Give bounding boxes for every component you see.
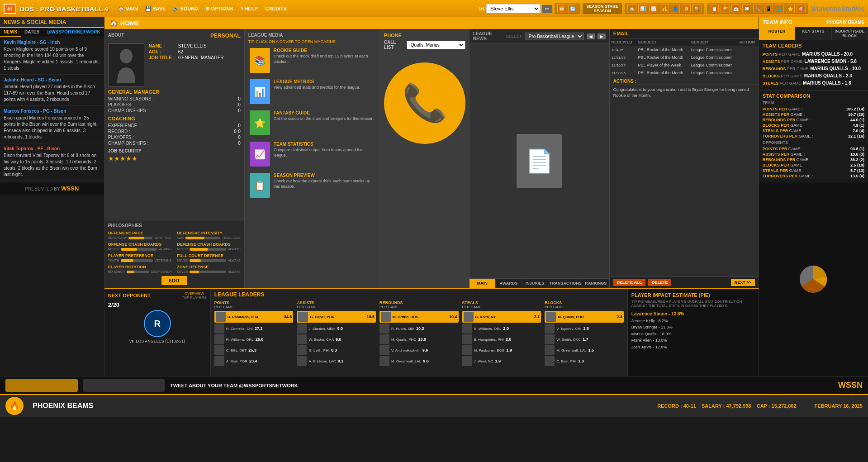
tb6[interactable]: 📱 <box>764 4 773 13</box>
news-item[interactable]: Jabahri Heard - SG - BisonJabahri Heard … <box>0 75 104 106</box>
media-item[interactable]: 📚 ROOKIE GUIDE Check out the mock draft … <box>248 47 376 74</box>
ll-avatar <box>462 324 472 333</box>
stats-icon[interactable]: 📈 <box>649 4 658 13</box>
ln-prev-btn[interactable]: ◀ <box>587 33 595 39</box>
toolbar-icon-2[interactable]: 🔄 <box>568 4 577 13</box>
tab-injury-trade[interactable]: INJURY/TRADE BLOCK <box>832 27 868 40</box>
ll-player-row[interactable]: J. Stanton, MEM 9.0 <box>297 324 376 333</box>
ln-select[interactable]: Pro Basketball League <box>525 33 584 40</box>
news-tab-twitter[interactable]: @WSSPORTSNETWORK <box>43 28 104 37</box>
team-info-header: TEAM INFO PHOENIX BEAMS <box>759 17 868 27</box>
search-icon[interactable]: 🔍 <box>693 4 702 13</box>
edit-user-btn[interactable]: ✏ <box>542 5 552 13</box>
ll-player-row[interactable]: R. Williams, ORL 26.0 <box>214 334 294 344</box>
ll-player-row[interactable]: C. Ellis, DET 25.3 <box>214 345 294 355</box>
gear-icon[interactable]: ⚙ <box>682 4 691 13</box>
tb9[interactable]: 🎯 <box>797 4 806 13</box>
ll-player-row[interactable]: C. Bain, PHI 1.3 <box>545 356 624 366</box>
ln-tab-rankings[interactable]: RANKINGS <box>583 279 609 288</box>
save-nav-btn[interactable]: 💾 SAVE <box>143 5 167 13</box>
media-item[interactable]: ⭐ FANTASY GUIDE Get the scoop on the sta… <box>248 109 376 137</box>
tb3[interactable]: 📅 <box>731 4 740 13</box>
no-title: NEXT OPPONENT <box>108 293 151 298</box>
call-list-select[interactable]: Qualls, Marius <box>407 41 465 49</box>
ll-top-player[interactable]: B. Keith, NY 2.1 <box>462 311 541 323</box>
delete-all-btn[interactable]: DELETE ALL <box>613 279 645 286</box>
ln-tab-awards[interactable]: AWARDS <box>496 279 522 288</box>
tb8[interactable]: ⭐ <box>786 4 795 13</box>
ll-player-row[interactable]: M. Qualls, PHO 10.0 <box>379 334 459 344</box>
user-select[interactable]: Steve Ellis <box>486 4 541 13</box>
email-row[interactable]: 11/30/25 PBL Rookie of the Month League … <box>610 69 759 77</box>
ll-player-row[interactable]: V. Andronikashvili, 9.6 <box>379 345 459 355</box>
about-bottom: PHILOSOPHIES OFFENSIVE PACE VERY SLOW VE… <box>104 220 244 288</box>
media-item[interactable]: 📊 LEAGUE METRICS View advanced stats and… <box>248 78 376 105</box>
ln-tab-main[interactable]: MAIN <box>470 279 496 288</box>
ll-player-row[interactable]: R. Hucks, MIA 10.3 <box>379 324 459 333</box>
ll-player-row[interactable]: J. Woni, NO 1.9 <box>462 356 541 366</box>
phone-icon[interactable]: 📞 <box>384 62 465 144</box>
next-email-btn[interactable]: NEXT >> <box>731 279 755 286</box>
email-row[interactable]: 1/31/25 PBL Rookie of the Month League C… <box>610 46 759 54</box>
right-pie-area <box>759 182 868 376</box>
news-item[interactable]: Vitali Toporov - PF - BisonBison forward… <box>0 143 104 181</box>
media-item[interactable]: 📈 TEAM STATISTICS Compare statistical ou… <box>248 140 376 168</box>
ll-player-row[interactable]: M. Faulconer, BOS 1.9 <box>462 345 541 355</box>
ll-player-row[interactable]: M. Greenwalt, LAL 9.6 <box>379 356 459 366</box>
ll-top-avatar <box>216 312 226 322</box>
help-nav-btn[interactable]: ? HELP <box>239 5 260 12</box>
media-item[interactable]: 📋 SEASON PREVIEW Check out how the exper… <box>248 171 376 199</box>
ll-top-player[interactable]: G. Capel, POR 10.5 <box>297 311 376 323</box>
news-item[interactable]: Marcos Fonseca - PG - BisonBison guard M… <box>0 106 104 143</box>
opp-stat-row: BLOCKS PER GAME :2.5 (18) <box>763 163 864 167</box>
team-sub: TEAM <box>763 100 864 105</box>
person-icon[interactable]: 👤 <box>671 4 680 13</box>
news-tabs: NEWS DATES @WSSPORTSNETWORK <box>0 28 104 37</box>
overview-btn[interactable]: OVERVIEW TOP PLAYERS <box>182 291 207 300</box>
ll-player-row[interactable]: V. Toporov, CHI 1.8 <box>545 324 624 333</box>
tb7[interactable]: 🌐 <box>775 4 784 13</box>
tb4[interactable]: 💬 <box>742 4 751 13</box>
about-section: ABOUT PERSONAL NAME :STEVE ELLIS AG <box>104 29 245 288</box>
sound-nav-btn[interactable]: 🔊 SOUND <box>171 5 200 13</box>
tab-roster[interactable]: ROSTER <box>759 27 795 40</box>
home-toolbar-icon[interactable]: 🏠 <box>627 4 636 13</box>
ln-next-btn[interactable]: ▶ <box>598 33 606 39</box>
wolverine-studios-logo: WolverineStudios <box>811 5 864 12</box>
options-nav-btn[interactable]: ⚙ OPTIONS <box>204 5 235 13</box>
tab-key-stats[interactable]: KEY STATS <box>795 27 831 40</box>
email-row[interactable]: 12/16/25 PBL Player of the Week League C… <box>610 62 759 69</box>
tb2[interactable]: 🏆 <box>721 4 730 13</box>
delete-btn[interactable]: DELETE <box>648 279 672 286</box>
opp-stats: POINTS PER GAME :93.8 (1)ASSISTS PER GAM… <box>763 147 864 178</box>
main-nav-btn[interactable]: 🏠 MAIN <box>116 5 140 13</box>
bar-chart-icon[interactable]: 📊 <box>638 4 647 13</box>
ll-player-row[interactable]: R. Williams, ORL 2.0 <box>462 324 541 333</box>
ll-player-row[interactable]: W. Bestor, CHA 9.0 <box>297 334 376 344</box>
ln-tab-injuries[interactable]: INJURIES <box>522 279 548 288</box>
opp-stat-row: STEALS PER GAME :5.7 (13) <box>763 168 864 173</box>
edit-button[interactable]: EDIT <box>161 276 187 285</box>
ll-avatar <box>214 324 224 333</box>
media-book-icon: 📈 <box>250 142 270 167</box>
tb5[interactable]: 🔧 <box>753 4 762 13</box>
ln-tab-transactions[interactable]: TRANSACTIONS <box>548 279 583 288</box>
ll-player-row[interactable]: B. Humphries, PHI 2.0 <box>462 334 541 344</box>
news-item[interactable]: Kevin Magloire - SG - IrishKevin Magloir… <box>0 37 104 75</box>
ll-top-player[interactable]: B. Randolph, CHA 34.6 <box>214 311 294 323</box>
tb1[interactable]: 📋 <box>710 4 719 13</box>
money-icon[interactable]: 💰 <box>660 4 669 13</box>
email-row[interactable]: 12/31/25 PBL Rookie of the Month League … <box>610 54 759 62</box>
credits-nav-btn[interactable]: CREDITS <box>263 5 289 12</box>
news-tab-news[interactable]: NEWS <box>0 28 21 37</box>
toolbar-icon-1[interactable]: ⏩ <box>557 4 566 13</box>
news-tab-dates[interactable]: DATES <box>21 28 43 37</box>
ll-player-row[interactable]: W. Smith, OKC 1.7 <box>545 334 624 344</box>
ll-player-row[interactable]: G. Leith, PHI 8.3 <box>297 345 376 355</box>
ll-player-row[interactable]: A. Blair, POR 23.4 <box>214 356 294 366</box>
ll-player-row[interactable]: A. Erickson, LAC 8.1 <box>297 356 376 366</box>
ll-top-player[interactable]: M. Griffin, BOS 10.4 <box>379 311 459 323</box>
ll-top-player[interactable]: M. Qualls, PHO 2.3 <box>545 311 624 323</box>
ll-player-row[interactable]: R. Cornette, CHI 27.2 <box>214 324 294 333</box>
ll-player-row[interactable]: M. Greenwalt, LAL 1.5 <box>545 345 624 355</box>
